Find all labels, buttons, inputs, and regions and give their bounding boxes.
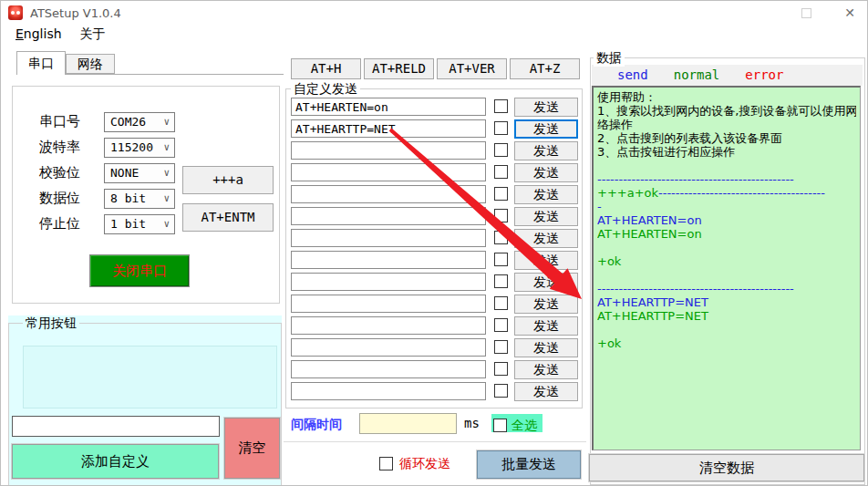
send-checkbox[interactable] (494, 296, 508, 310)
send-button[interactable]: 发送 (514, 141, 578, 160)
custom-send-input[interactable] (291, 295, 486, 313)
add-custom-button[interactable]: 添加自定义 (12, 444, 219, 479)
serial-field-combobox[interactable]: NONE∨ (104, 163, 175, 183)
custom-send-input[interactable] (291, 229, 486, 247)
custom-send-input[interactable] (291, 382, 486, 400)
batch-send-button[interactable]: 批量发送 (477, 450, 581, 479)
send-checkbox[interactable] (494, 231, 508, 244)
serial-field-combobox[interactable]: COM26∨ (104, 112, 175, 132)
log-segment: AT+HEARTTP=NET (597, 295, 708, 309)
quick-at-button[interactable]: AT+RELD (364, 58, 434, 79)
custom-send-input[interactable] (291, 360, 486, 378)
send-checkbox[interactable] (494, 209, 508, 222)
menu-item[interactable]: English (12, 25, 66, 43)
custom-send-input[interactable] (291, 251, 486, 269)
send-button[interactable]: 发送 (514, 185, 578, 204)
send-checkbox[interactable] (494, 318, 508, 332)
send-checkbox[interactable] (494, 187, 508, 201)
serial-field-label: 数据位 (39, 190, 80, 207)
log-segment: +++a+ok (597, 186, 658, 200)
loop-send-checkbox[interactable] (379, 457, 393, 470)
custom-send-row: 发送 (291, 207, 583, 225)
custom-send-input[interactable] (291, 338, 486, 357)
custom-send-input[interactable] (291, 207, 486, 225)
log-line (597, 268, 856, 282)
send-checkbox[interactable] (494, 143, 508, 157)
send-button[interactable]: 发送 (514, 382, 578, 401)
custom-send-input[interactable] (291, 273, 486, 291)
send-checkbox[interactable] (494, 274, 508, 288)
send-button[interactable]: 发送 (514, 119, 578, 139)
serial-field-row: 串口号COM26∨ (1, 112, 274, 132)
custom-send-input[interactable] (291, 141, 486, 160)
serial-field-combobox[interactable]: 115200∨ (104, 138, 175, 158)
send-button[interactable]: 发送 (514, 251, 578, 270)
log-segment: +ok (597, 254, 621, 268)
custom-send-row: 发送 (291, 295, 583, 313)
serial-field-combobox[interactable]: 1 bit∨ (104, 214, 175, 234)
log-line: ----------------------------------------… (597, 282, 856, 295)
custom-send-rows: 发送发送发送发送发送发送发送发送发送发送发送发送发送发送 (291, 98, 583, 404)
send-checkbox[interactable] (494, 165, 508, 179)
log-line: 使用帮助： (597, 90, 856, 104)
quick-at-button[interactable]: AT+Z (510, 58, 580, 79)
log-segment: AT+HEARTEN=on (597, 213, 702, 227)
ms-unit-label: ms (464, 416, 480, 430)
send-checkbox[interactable] (494, 362, 508, 376)
send-checkbox[interactable] (494, 253, 508, 266)
send-button[interactable]: 发送 (514, 295, 578, 314)
send-checkbox[interactable] (494, 99, 508, 113)
custom-command-input[interactable] (12, 416, 220, 437)
quick-at-button[interactable]: AT+H (291, 58, 361, 79)
app-icon (8, 5, 23, 20)
send-checkbox[interactable] (494, 384, 508, 398)
log-segment: 3、点击按钮进行相应操作 (597, 145, 735, 159)
select-all-group: 全选 (491, 414, 542, 432)
serial-field-label: 停止位 (39, 215, 80, 233)
common-group-title: 常用按钮 (23, 315, 79, 332)
menu-item[interactable]: 关于 (77, 25, 109, 45)
close-button[interactable]: ✕ (838, 5, 862, 21)
clear-data-button[interactable]: 清空数据 (589, 454, 864, 481)
custom-send-row: 发送 (291, 316, 583, 335)
custom-send-input[interactable] (291, 163, 486, 181)
chevron-down-icon: ∨ (163, 190, 170, 208)
select-all-checkbox[interactable] (493, 419, 507, 432)
loop-send-label: 循环发送 (399, 456, 450, 472)
custom-send-row: 发送 (291, 98, 583, 116)
custom-send-input[interactable] (291, 119, 486, 138)
send-checkbox[interactable] (494, 340, 508, 354)
send-button[interactable]: 发送 (514, 98, 578, 117)
send-button[interactable]: 发送 (514, 207, 578, 226)
serial-field-label: 校验位 (39, 164, 80, 181)
custom-send-input[interactable] (291, 316, 486, 335)
maximize-button[interactable] (801, 8, 811, 18)
custom-send-row: 发送 (291, 163, 583, 181)
tab-serial[interactable]: 串口 (16, 51, 66, 75)
send-button[interactable]: 发送 (514, 229, 578, 248)
chevron-down-icon: ∨ (163, 113, 170, 131)
serial-field-combobox[interactable]: 8 bit∨ (104, 189, 175, 209)
plus-a-button[interactable]: +++a (182, 166, 274, 194)
custom-send-title: 自定义发送 (291, 81, 360, 98)
send-button[interactable]: 发送 (514, 360, 578, 379)
quick-at-button[interactable]: AT+VER (437, 58, 507, 79)
interval-input[interactable] (359, 413, 457, 434)
close-serial-port-button[interactable]: 关闭串口 (89, 254, 190, 287)
send-button[interactable]: 发送 (514, 163, 578, 182)
custom-send-input[interactable] (291, 185, 486, 203)
clear-button[interactable]: 清空 (224, 418, 280, 479)
send-button[interactable]: 发送 (514, 338, 578, 357)
custom-send-input[interactable] (291, 98, 486, 116)
log-segment: 1、搜索以找到网内的设备,搜到设备就可以使用网 (597, 104, 856, 118)
at-entm-button[interactable]: AT+ENTM (182, 203, 274, 232)
log-segment: +ok (597, 336, 621, 350)
send-button[interactable]: 发送 (514, 316, 578, 336)
log-line: +++a+ok---------------------------------… (597, 186, 856, 200)
serial-field-label: 波特率 (39, 139, 80, 156)
send-checkbox[interactable] (494, 121, 508, 135)
tab-network[interactable]: 网络 (66, 54, 115, 74)
data-log[interactable]: 使用帮助： 1、搜索以找到网内的设备,搜到设备就可以使用网络操作 2、点击搜到的… (592, 86, 861, 450)
custom-send-row: 发送 (291, 360, 583, 378)
send-button[interactable]: 发送 (514, 273, 578, 292)
